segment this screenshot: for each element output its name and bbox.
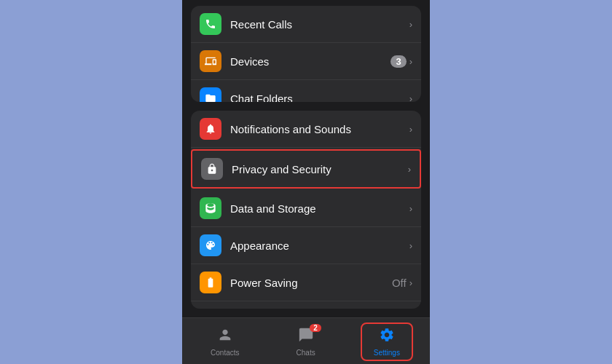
tab-settings[interactable]: Settings: [361, 323, 413, 361]
recent-calls-right: ›: [409, 19, 412, 30]
devices-badge: 3: [391, 55, 406, 68]
privacy-right: ›: [408, 164, 411, 175]
devices-item[interactable]: Devices 3 ›: [191, 43, 421, 80]
chat-folders-label: Chat Folders: [230, 92, 409, 103]
devices-right: 3 ›: [391, 55, 412, 68]
tab-chats[interactable]: 2 Chats: [285, 324, 327, 360]
notifications-item[interactable]: Notifications and Sounds ›: [191, 111, 421, 148]
notifications-label: Notifications and Sounds: [230, 123, 409, 135]
notifications-chevron: ›: [409, 124, 412, 135]
recent-calls-label: Recent Calls: [230, 18, 409, 31]
chat-folders-chevron: ›: [409, 93, 412, 103]
recent-calls-item[interactable]: Recent Calls ›: [191, 6, 421, 43]
power-saving-chevron: ›: [409, 277, 412, 288]
appearance-item[interactable]: Appearance ›: [191, 227, 421, 264]
devices-icon: [200, 50, 221, 72]
devices-chevron: ›: [409, 56, 412, 67]
chats-badge: 2: [310, 324, 321, 332]
power-saving-value: Off: [392, 277, 407, 289]
settings-list: Recent Calls › Devices 3 ›: [182, 0, 430, 317]
power-saving-label: Power Saving: [230, 277, 392, 289]
settings-icon: [379, 327, 395, 347]
contacts-icon: [217, 327, 233, 347]
section-2: Notifications and Sounds › Privacy and S…: [191, 111, 421, 309]
tab-bar: Contacts 2 Chats Settings: [182, 317, 430, 364]
chat-folders-right: ›: [409, 93, 412, 103]
phone-screen: Recent Calls › Devices 3 ›: [182, 0, 430, 364]
privacy-label: Privacy and Security: [232, 163, 408, 175]
chats-tab-label: Chats: [297, 349, 315, 357]
data-storage-icon: [200, 197, 221, 219]
data-storage-item[interactable]: Data and Storage ›: [191, 190, 421, 227]
appearance-label: Appearance: [230, 240, 409, 252]
data-storage-label: Data and Storage: [230, 202, 409, 215]
power-saving-right: Off ›: [392, 277, 412, 289]
chat-folders-item[interactable]: Chat Folders ›: [191, 80, 421, 102]
notifications-icon: [200, 118, 221, 140]
tab-contacts[interactable]: Contacts: [199, 324, 251, 360]
data-storage-right: ›: [409, 203, 412, 214]
settings-tab-label: Settings: [374, 349, 400, 357]
privacy-icon: [201, 158, 223, 180]
data-storage-chevron: ›: [409, 203, 412, 214]
language-item[interactable]: Language English › 1: [191, 301, 421, 309]
appearance-icon: [200, 234, 221, 256]
privacy-chevron: ›: [408, 164, 411, 175]
recent-calls-icon: [200, 13, 221, 35]
contacts-tab-label: Contacts: [211, 349, 239, 357]
appearance-right: ›: [409, 240, 412, 251]
power-saving-icon: [200, 272, 221, 293]
chat-folders-icon: [200, 87, 221, 102]
power-saving-item[interactable]: Power Saving Off ›: [191, 264, 421, 301]
appearance-chevron: ›: [409, 240, 412, 251]
notifications-right: ›: [409, 124, 412, 135]
privacy-item[interactable]: Privacy and Security › 2: [191, 149, 421, 189]
devices-label: Devices: [230, 55, 391, 68]
section-1: Recent Calls › Devices 3 ›: [191, 6, 421, 102]
recent-calls-chevron: ›: [409, 19, 412, 30]
